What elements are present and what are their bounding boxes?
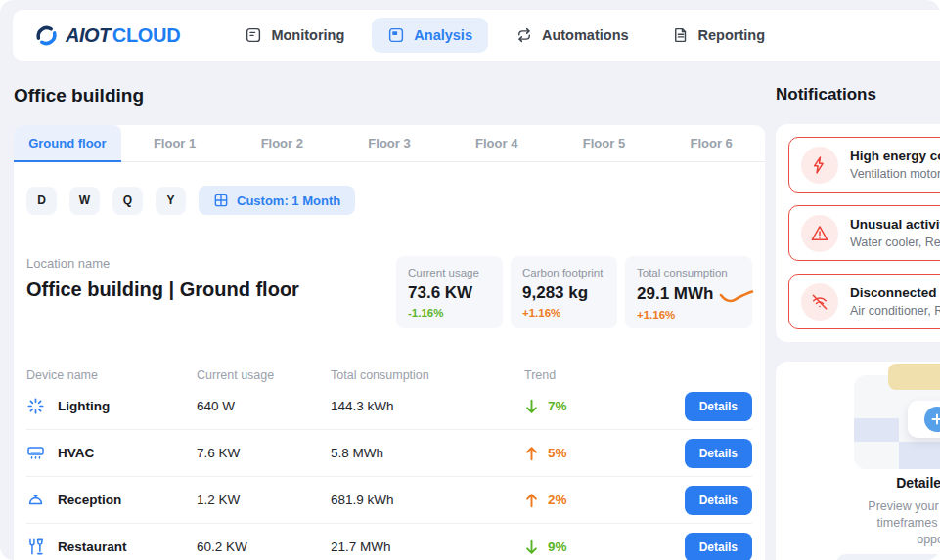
arrow-down-icon [524,399,539,414]
devices-table: Device name Current usage Total consumpt… [26,367,752,560]
column-header-trend: Trend [524,368,752,382]
nav-item-monitoring[interactable]: Monitoring [229,18,360,53]
app-window: AIOTCLOUD Monitoring [0,0,940,560]
table-row-hvac: HVAC 7.6 KW 5.8 MWh 5% Details [26,430,752,477]
calendar-grid-icon [213,193,229,208]
time-filter-day[interactable]: D [26,187,57,215]
tab-floor-6[interactable]: Floor 6 [657,125,765,162]
warning-triangle-icon [801,215,838,252]
brand-logo[interactable]: AIOTCLOUD [34,23,180,48]
notification-subtitle: Water cooler, Reception [850,236,940,249]
device-name: Lighting [58,399,110,413]
page-title: Office building [14,85,144,107]
nav-item-analysis[interactable]: Analysis [372,18,488,53]
trend-value: 5% [548,446,567,460]
promo-action-placeholder[interactable] [836,554,940,560]
table-row-reception: Reception 1.2 KW 681.9 kWh 2% Details [26,477,752,524]
device-name: Restaurant [58,539,127,554]
time-filter-year[interactable]: Y [156,187,186,215]
trend-cell: 7% [524,399,685,414]
nav-item-automations[interactable]: Automations [500,18,645,53]
details-button[interactable]: Details [685,439,752,468]
nav-item-label: Automations [542,27,629,43]
notification-unusual-activity[interactable]: Unusual activity Water cooler, Reception [788,205,940,261]
hvac-unit-icon [26,444,45,462]
report-document-icon [672,26,690,44]
nav-menu: Monitoring Analysis [229,18,781,53]
device-name: Reception [58,493,121,507]
details-button[interactable]: Details [685,486,752,515]
stat-delta: -1.16% [408,307,491,319]
stat-value: 73.6 KW [408,283,491,303]
tab-floor-3[interactable]: Floor 3 [336,125,443,162]
location-label: Location name [26,256,299,271]
notification-title: Disconnected device [850,285,940,300]
tab-floor-1[interactable]: Floor 1 [121,125,229,162]
location-block: Location name Office building | Ground f… [26,256,299,301]
stat-card-total-consumption: Total consumption 29.1 MWh +1.16% [625,256,752,328]
location-name: Office building | Ground floor [26,279,299,301]
brand-swirl-icon [34,23,59,48]
notification-title: High energy consumption [850,149,940,163]
notifications-title: Notifications [776,85,876,105]
notifications-panel: High energy consumption Ventilation moto… [776,124,940,342]
stat-card-current-usage: Current usage 73.6 KW -1.16% [396,256,503,328]
floor-tabs: Ground floor Floor 1 Floor 2 Floor 3 Flo… [14,125,765,162]
stat-label: Current usage [408,267,491,279]
device-total-consumption: 5.8 MWh [331,446,524,460]
stat-card-carbon-footprint: Carbon footprint 9,283 kg +1.16% [511,256,617,328]
device-current-usage: 60.2 KW [197,539,331,554]
trend-cell: 5% [524,446,685,461]
device-total-consumption: 144.3 kWh [331,399,524,413]
notification-high-energy[interactable]: High energy consumption Ventilation moto… [788,137,940,193]
custom-range-button[interactable]: Custom: 1 Month [199,186,355,215]
details-button[interactable]: Details [685,533,752,560]
device-current-usage: 7.6 KW [197,446,331,460]
time-filter-week[interactable]: W [69,187,100,215]
trend-value: 2% [548,493,567,507]
restaurant-utensils-icon [26,538,45,556]
column-header-current-usage: Current usage [197,368,331,382]
device-current-usage: 640 W [197,399,331,413]
arrow-up-icon [524,493,539,508]
stat-label: Carbon footprint [522,267,605,279]
table-header: Device name Current usage Total consumpt… [26,367,752,383]
nav-item-label: Analysis [414,27,472,43]
arrow-up-icon [524,446,539,461]
nav-item-reporting[interactable]: Reporting [656,18,781,53]
orange-trend-sparkline-icon [719,288,754,305]
analysis-dashboard-icon [387,26,405,44]
reception-bell-icon [26,491,45,509]
column-header-device-name: Device name [26,368,197,382]
stat-delta: +1.16% [637,309,740,321]
monitoring-panel-icon [245,26,262,44]
nav-item-label: Monitoring [271,27,344,43]
table-row-lighting: Lighting 640 W 144.3 kWh 7% Details [26,383,752,430]
time-filter-row: D W Q Y Custom: 1 Month [26,186,752,215]
nav-item-label: Reporting [698,27,765,43]
stat-label: Total consumption [637,267,740,279]
bolt-icon [801,147,838,184]
top-nav: AIOTCLOUD Monitoring [13,10,940,61]
building-panel: Ground floor Floor 1 Floor 2 Floor 3 Flo… [14,125,765,560]
tab-floor-2[interactable]: Floor 2 [228,125,336,162]
tab-ground-floor[interactable]: Ground floor [14,125,121,162]
details-button[interactable]: Details [685,392,752,421]
tab-floor-4[interactable]: Floor 4 [443,125,551,162]
analysis-illustration [776,362,940,471]
trend-cell: 9% [524,539,685,555]
device-total-consumption: 681.9 kWh [331,493,524,507]
trend-cell: 2% [524,493,685,508]
table-row-restaurant: Restaurant 60.2 KW 21.7 MWh 9% Details [26,524,752,560]
notification-title: Unusual activity [850,217,940,232]
sync-arrows-icon [515,26,533,44]
tab-floor-5[interactable]: Floor 5 [551,125,658,162]
time-filter-quarter[interactable]: Q [112,187,143,215]
stat-value: 9,283 kg [522,283,605,303]
illustration-highlight-block [888,364,940,390]
custom-range-label: Custom: 1 Month [237,194,340,208]
stat-value: 29.1 MWh [637,284,713,304]
stats-row: Current usage 73.6 KW -1.16% Carbon foot… [396,256,752,328]
brand-name-secondary: CLOUD [112,24,181,46]
notification-disconnected-device[interactable]: Disconnected device Air conditioner, Rec… [788,274,940,329]
